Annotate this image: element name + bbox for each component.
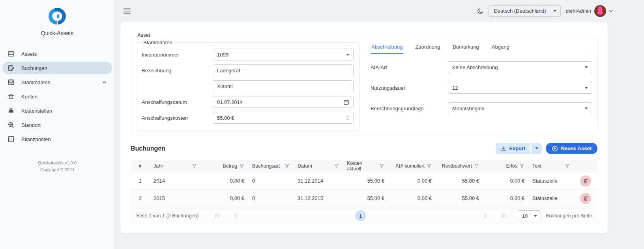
filter-funnel-icon[interactable] [239,164,244,168]
sidebar-item-assets[interactable]: Assets [2,47,112,60]
tab-abschreibung[interactable]: Abschreibung [371,41,404,54]
number-stepper[interactable] [346,115,349,120]
main-area: Deutsch (Deutschland) diehlAdmin [115,0,644,249]
sidebar-item-kostenstellen[interactable]: Kostenstellen [2,104,112,117]
col-kosten-aktuell: Kosten aktuell [343,160,388,172]
table-header-row: # Jahr Betrag Buchungsart Datum [131,160,597,172]
user-avatar[interactable] [594,5,606,17]
download-icon [501,146,506,151]
sidebar-item-buchungen[interactable]: Buchungen [2,62,112,74]
chevron-up-icon [102,79,107,85]
nutzungsdauer-select[interactable]: 12 [448,82,592,94]
cell-text: Statuszeile [528,195,574,201]
caret-down-icon [535,147,538,149]
filter-funnel-icon[interactable] [519,164,524,168]
col-label: Datum [298,163,312,169]
bezeichnung2-value: Xiaomi [217,83,233,89]
caret-down-icon [534,215,537,217]
new-asset-label: Neues Asset [561,145,592,151]
cell-afa: 0,00 € [388,195,436,201]
col-label: Text [532,163,541,169]
sidebar-item-label: Bilanzposten [21,136,51,142]
export-button[interactable]: Export [496,143,530,154]
page-size-select[interactable]: 10 [518,210,541,221]
inventarnummer-select[interactable]: 1099 [213,49,354,60]
col-jahr: Jahr [150,163,201,169]
sidebar-footer: Quick-Assets v1.0.0 Copyright © 2024 [0,160,114,173]
caret-down-icon [585,108,588,109]
filter-funnel-icon[interactable] [565,164,570,168]
tab-bemerkung[interactable]: Bemerkung [452,41,479,54]
tab-abgang[interactable]: Abgang [491,41,510,54]
delete-row-button[interactable] [580,175,591,187]
cash-register-icon [7,107,15,114]
app-version: Quick-Assets v1.0.0 [0,160,114,166]
sidebar-item-label: Buchungen [21,65,47,71]
cell-datum: 31.12.2014 [294,178,343,184]
new-asset-button[interactable]: Neues Asset [546,143,597,154]
sidebar-item-stammdaten[interactable]: Stammdaten [2,76,112,89]
next-page-button[interactable] [481,212,489,219]
col-label: AfA kumuliert [395,163,425,169]
sidebar-nav: Assets Buchungen Stamm [0,47,114,145]
hamburger-icon [124,8,131,14]
page-number-button[interactable]: 1 [355,210,366,221]
afa-art-select[interactable]: Keine Abschreibung [448,61,592,73]
anschaffungskosten-input[interactable]: 55,00 € [213,112,354,124]
cell-text: Statuszeile [528,178,574,184]
language-value: Deutsch (Deutschland) [494,8,546,14]
cell-num: 1 [131,178,150,184]
delete-row-button[interactable] [580,193,591,204]
filter-funnel-icon[interactable] [427,164,432,168]
col-label: Restbuchwert [442,163,472,169]
export-options-button[interactable] [531,143,542,154]
sidebar-toggle-button[interactable] [122,7,132,15]
cell-betrag: 0,00 € [201,178,248,184]
cell-buchungsart: 0 [248,195,294,201]
cell-jahr: 2014 [150,178,201,184]
cell-kosten: 55,00 € [343,178,388,184]
nutzungsdauer-label: Nutzungsdauer [371,85,448,91]
filter-funnel-icon[interactable] [474,164,479,168]
bezeichnung-input[interactable]: Ladegerät [213,64,354,76]
afa-art-label: AfA-Art [371,64,448,70]
globe-search-icon [7,121,15,128]
sidebar-item-label: Kostenstellen [21,108,52,114]
bezeichnung2-input[interactable]: Xiaomi [213,80,354,92]
caret-down-icon [553,10,556,12]
plus-circle-icon [552,145,558,152]
sidebar-item-standort[interactable]: Standort [2,119,112,131]
language-select[interactable]: Deutsch (Deutschland) [489,5,560,17]
filter-funnel-icon[interactable] [192,164,197,168]
sidebar: Quick-Assets Assets Buch [0,0,115,249]
sidebar-item-konten[interactable]: Konten [2,90,112,103]
user-menu-chevron-icon[interactable] [608,9,613,13]
sidebar-item-bilanzposten[interactable]: Bilanzposten [2,133,112,145]
col-label: Kosten aktuell [347,160,377,172]
cell-restbuchwert: 55,00 € [436,195,483,201]
table-row: 2 2015 0,00 € 0 31.12.2015 55,00 € 0,00 … [131,190,597,207]
topbar-right: Deutsch (Deutschland) diehlAdmin [476,5,613,17]
cell-afa: 0,00 € [388,178,436,184]
berechnungsgrundlage-value: Monatsbeginn [452,106,485,111]
last-page-button[interactable] [500,212,507,219]
theme-toggle-button[interactable] [476,6,485,16]
berechnungsgrundlage-select[interactable]: Monatsbeginn [448,102,592,114]
filter-funnel-icon[interactable] [334,164,339,168]
calendar-icon[interactable] [343,99,349,105]
col-buchungsart: Buchungsart [248,163,294,169]
berechnungsgrundlage-label: Berechnungsgrundlage [371,106,448,111]
first-page-button[interactable] [213,212,221,219]
col-num: # [131,163,150,169]
afa-art-value: Keine Abschreibung [452,64,498,70]
tab-zuordnung[interactable]: Zuordnung [414,41,441,54]
anschaffungsdatum-value: 01.07.2014 [217,99,243,105]
anschaffungsdatum-input[interactable]: 01.07.2014 [213,96,354,108]
filter-funnel-icon[interactable] [379,164,384,168]
cell-buchungsart: 0 [248,178,294,184]
pagination-summary: Seite 1 von 1 (2 Buchungen) [136,213,198,219]
filter-funnel-icon[interactable] [285,164,290,168]
prev-page-button[interactable] [232,212,240,219]
anschaffungskosten-label: Anschaffungskosten [142,115,213,121]
trash-icon [583,196,588,201]
